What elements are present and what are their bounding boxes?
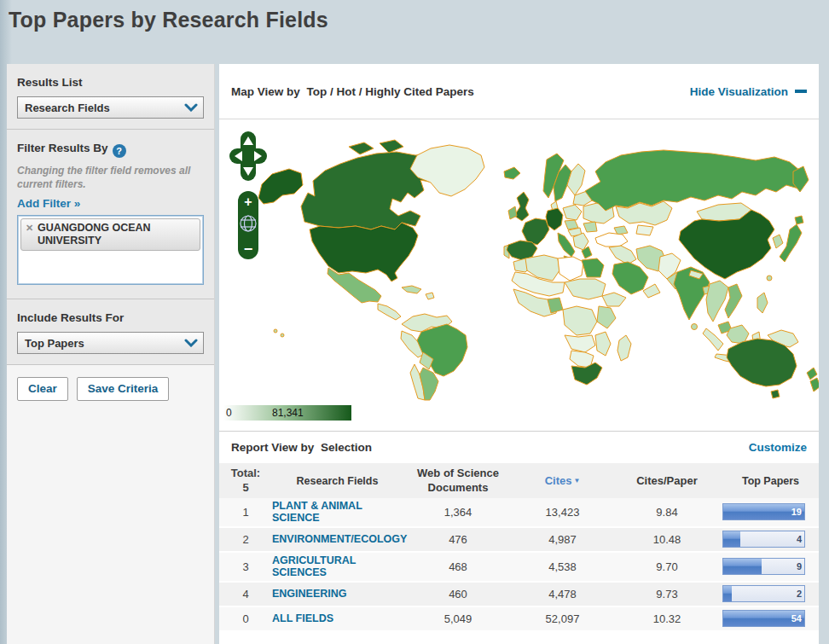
research-field-link[interactable]: ALL FIELDS [272,612,333,624]
filter-list-box: ✕ GUANGDONG OCEAN UNIVERSITY [17,215,204,285]
zoom-out-button[interactable]: − [244,241,253,258]
top-papers-value: 19 [791,507,802,517]
cites-per-paper-value: 10.48 [612,533,722,546]
cites-per-paper-value: 10.32 [612,612,722,625]
legend-max-value: 81,341 [272,407,304,419]
customize-link[interactable]: Customize [749,441,807,454]
top-papers-bar: 4 [722,531,805,548]
filter-section: Filter Results By? Changing the filter f… [7,130,214,299]
help-icon[interactable]: ? [113,144,126,158]
sort-descending-icon: ▼ [573,477,580,484]
map-zoom-control[interactable]: + − [238,191,258,259]
filter-results-by-text: Filter Results By [17,142,108,154]
continent-asia[interactable] [585,150,809,364]
legend-min-value: 0 [226,407,232,419]
top-papers-value: 4 [797,534,802,544]
hide-visualization-link[interactable]: Hide Visualization [690,85,807,98]
bar-fill [723,531,740,547]
main-panel: Map View by Top / Hot / Highly Cited Pap… [219,64,819,644]
include-results-dropdown[interactable]: Top Papers [17,332,204,354]
continent-north-america[interactable] [258,140,484,337]
top-papers-value: 2 [797,589,802,599]
total-label: Total: [219,467,272,480]
column-header-total: Total: 5 [219,467,272,495]
row-rank: 2 [219,533,272,546]
column-header-cites[interactable]: Cites▼ [513,474,612,487]
table-row: 1 PLANT & ANIMAL SCIENCE 1,364 13,423 9.… [219,498,819,528]
report-view-title: Report View by Selection [231,441,372,454]
wos-docs-value: 1,364 [403,506,513,519]
collapse-icon [795,90,807,93]
bar-fill [723,559,762,574]
wos-docs-value: 476 [403,533,513,546]
world-map[interactable] [219,119,819,401]
column-header-wos-documents[interactable]: Web of Science Documents [403,467,513,495]
report-view-value: Selection [321,441,372,454]
continent-south-america[interactable] [401,314,467,400]
table-row: 0 ALL FIELDS 5,049 52,097 10.32 54 [219,607,819,632]
research-field-link[interactable]: ENGINEERING [272,588,347,600]
bar-fill [723,586,732,601]
hide-visualization-label: Hide Visualization [690,85,788,98]
wos-docs-value: 468 [403,560,513,573]
results-list-label: Results List [17,76,204,89]
row-rank: 4 [219,588,272,600]
top-papers-bar: 54 [722,610,805,627]
filter-tag-label: GUANGDONG OCEAN UNIVERSITY [38,222,195,247]
table-row: 3 AGRICULTURAL SCIENCES 468 4,538 9.70 9 [219,553,819,583]
top-papers-bar: 19 [722,503,805,520]
remove-filter-icon[interactable]: ✕ [26,223,33,234]
table-row: 2 ENVIRONMENT/ECOLOGY 476 4,987 10.48 4 [219,528,819,553]
report-view-header: Report View by Selection Customize [219,432,819,463]
add-filter-link[interactable]: Add Filter » [17,197,80,210]
results-table: Total: 5 Research Fields Web of Science … [219,463,819,632]
column-header-top-papers[interactable]: Top Papers [722,475,819,487]
report-view-prefix: Report View by [231,441,314,454]
top-papers-bar: 9 [722,558,805,575]
sidebar-actions: Clear Save Criteria [7,365,214,644]
column-header-research-fields[interactable]: Research Fields [272,475,403,487]
include-results-section: Include Results For Top Papers [7,299,214,365]
top-papers-value: 9 [797,561,802,571]
cites-value: 4,478 [513,588,612,600]
results-list-selected-value: Research Fields [25,102,110,114]
results-list-section: Results List Research Fields [7,64,214,130]
zoom-in-button[interactable]: + [244,194,252,209]
continent-oceania[interactable] [727,339,819,398]
wos-docs-value: 460 [403,588,513,600]
research-field-link[interactable]: ENVIRONMENT/ECOLOGY [272,533,376,545]
map-view-prefix: Map View by [231,85,300,98]
clear-button[interactable]: Clear [17,377,68,401]
include-results-label: Include Results For [17,311,204,324]
top-papers-value: 54 [791,613,802,624]
column-header-cites-per-paper[interactable]: Cites/Paper [612,474,722,487]
research-field-link[interactable]: AGRICULTURAL SCIENCES [272,554,376,579]
filter-note: Changing the filter field removes all cu… [17,165,204,191]
cites-value: 52,097 [513,612,612,625]
map-view-value: Top / Hot / Highly Cited Papers [307,85,474,98]
filter-tag[interactable]: ✕ GUANGDONG OCEAN UNIVERSITY [20,218,200,251]
map-pan-control[interactable] [229,131,267,181]
cites-per-paper-value: 9.84 [612,506,722,519]
chevron-down-icon [184,103,198,112]
row-rank: 0 [219,612,272,625]
map-region: + − [219,119,819,401]
cites-value: 13,423 [513,506,612,519]
cites-per-paper-value: 9.73 [612,588,722,600]
map-view-header: Map View by Top / Hot / Highly Cited Pap… [219,64,819,119]
save-criteria-button[interactable]: Save Criteria [77,377,170,401]
chevron-down-icon [184,339,198,347]
map-view-title: Map View by Top / Hot / Highly Cited Pap… [231,85,474,98]
wos-docs-value: 5,049 [403,612,513,625]
total-value: 5 [219,481,272,495]
table-header-row: Total: 5 Research Fields Web of Science … [219,463,819,498]
row-rank: 3 [219,560,272,573]
row-rank: 1 [219,506,272,519]
cites-header-label: Cites [545,474,572,487]
table-row: 4 ENGINEERING 460 4,478 9.73 2 [219,583,819,607]
results-list-dropdown[interactable]: Research Fields [17,96,204,119]
include-results-selected-value: Top Papers [25,337,84,350]
cites-value: 4,538 [513,560,612,573]
research-field-link[interactable]: PLANT & ANIMAL SCIENCE [272,500,376,525]
filter-results-by-label: Filter Results By? [17,142,204,158]
